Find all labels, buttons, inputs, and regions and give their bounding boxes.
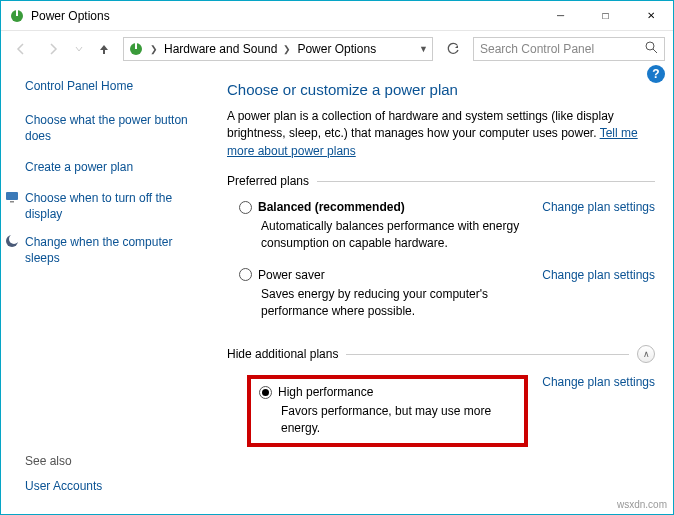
change-settings-balanced[interactable]: Change plan settings [542,200,655,214]
control-panel-home-link[interactable]: Control Panel Home [25,79,203,93]
radio-high-performance[interactable] [259,386,272,399]
back-button[interactable] [9,37,33,61]
main-content: ? Choose or customize a power plan A pow… [217,67,673,514]
close-button[interactable]: ✕ [628,1,673,31]
plan-desc-high-performance: Favors performance, but may use more ene… [281,403,516,437]
sidebar-link-user-accounts[interactable]: User Accounts [25,478,203,494]
chevron-right-icon[interactable]: ❯ [148,44,160,54]
plan-desc-balanced: Automatically balances performance with … [261,218,528,252]
chevron-right-icon[interactable]: ❯ [281,44,293,54]
search-icon[interactable] [645,41,658,57]
watermark: wsxdn.com [617,499,667,510]
maximize-button[interactable]: □ [583,1,628,31]
sidebar-link-create-plan[interactable]: Create a power plan [25,159,203,175]
moon-icon [5,234,19,248]
radio-balanced[interactable] [239,201,252,214]
hide-plans-label[interactable]: Hide additional plans [227,347,338,361]
search-placeholder: Search Control Panel [480,42,594,56]
desc-text: A power plan is a collection of hardware… [227,109,614,140]
window-controls: ─ □ ✕ [538,1,673,31]
monitor-icon [5,190,19,204]
additional-plans-group: Hide additional plans ∧ High performance… [227,345,655,449]
breadcrumb-item[interactable]: Hardware and Sound [164,42,277,56]
help-icon[interactable]: ? [647,65,665,83]
sidebar-link-sleep[interactable]: Change when the computer sleeps [25,234,203,266]
minimize-button[interactable]: ─ [538,1,583,31]
recent-dropdown[interactable] [73,37,85,61]
page-heading: Choose or customize a power plan [227,81,655,98]
plan-desc-power-saver: Saves energy by reducing your computer's… [261,286,528,320]
plan-name-power-saver[interactable]: Power saver [258,268,325,282]
change-settings-high-performance[interactable]: Change plan settings [542,375,655,389]
svg-rect-3 [135,43,137,49]
titlebar: Power Options ─ □ ✕ [1,1,673,31]
plan-balanced: Balanced (recommended) Automatically bal… [227,196,655,264]
breadcrumb[interactable]: ❯ Hardware and Sound ❯ Power Options ▼ [123,37,433,61]
refresh-button[interactable] [441,42,465,56]
plan-name-high-performance[interactable]: High performance [278,385,373,399]
svg-rect-6 [6,192,18,200]
plan-high-performance: High performance Favors performance, but… [227,371,655,449]
up-button[interactable] [93,42,115,56]
power-options-icon [9,8,25,24]
plan-name-balanced[interactable]: Balanced (recommended) [258,200,405,214]
breadcrumb-item[interactable]: Power Options [297,42,376,56]
svg-rect-1 [16,10,18,16]
highlighted-plan-box: High performance Favors performance, but… [247,375,528,447]
forward-button[interactable] [41,37,65,61]
power-options-icon [128,41,144,57]
plan-power-saver: Power saver Saves energy by reducing you… [227,264,655,332]
radio-power-saver[interactable] [239,268,252,281]
svg-line-5 [653,49,657,53]
breadcrumb-dropdown[interactable]: ▼ [419,44,428,54]
page-description: A power plan is a collection of hardware… [227,108,655,160]
sidebar: Control Panel Home Choose what the power… [1,67,217,514]
search-input[interactable]: Search Control Panel [473,37,665,61]
preferred-plans-label: Preferred plans [227,174,309,188]
collapse-button[interactable]: ∧ [637,345,655,363]
change-settings-power-saver[interactable]: Change plan settings [542,268,655,282]
svg-point-4 [646,42,654,50]
navbar: ❯ Hardware and Sound ❯ Power Options ▼ S… [1,31,673,67]
see-also-label: See also [25,454,203,468]
sidebar-link-power-button[interactable]: Choose what the power button does [25,112,203,144]
svg-point-9 [9,234,19,244]
window-title: Power Options [31,9,110,23]
preferred-plans-group: Preferred plans Balanced (recommended) A… [227,174,655,331]
sidebar-link-turn-off-display[interactable]: Choose when to turn off the display [25,190,203,222]
svg-rect-7 [10,201,14,203]
